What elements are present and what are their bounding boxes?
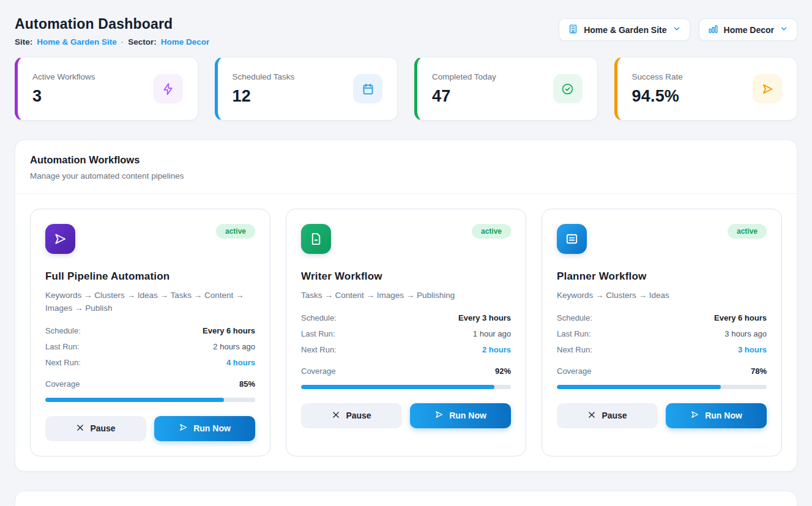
send-icon bbox=[434, 410, 444, 421]
run-now-button[interactable]: Run Now bbox=[154, 416, 255, 441]
breadcrumb: Site: Home & Garden Site · Sector: Home … bbox=[15, 37, 209, 47]
stat-card-success-rate: Success Rate 94.5% bbox=[614, 57, 798, 121]
header-left: Automation Dashboard Site: Home & Garden… bbox=[15, 16, 209, 47]
workflow-card-writer: active Writer Workflow Tasks → Content →… bbox=[286, 209, 526, 456]
last-run-value: 2 hours ago bbox=[213, 342, 255, 351]
workflows-panel-header: Automation Workflows Manage your automat… bbox=[15, 140, 797, 194]
last-run-value: 3 hours ago bbox=[724, 329, 767, 338]
chevron-down-icon bbox=[780, 24, 788, 35]
last-run-value: 1 hour ago bbox=[473, 329, 511, 338]
workflow-name: Writer Workflow bbox=[301, 270, 511, 283]
last-run-row: Last Run: 1 hour ago bbox=[301, 326, 511, 342]
next-run-row: Next Run: 4 hours bbox=[45, 355, 255, 371]
close-icon bbox=[332, 411, 340, 421]
workflows-title: Automation Workflows bbox=[30, 154, 782, 166]
workflows-subtitle: Manage your automated content pipelines bbox=[30, 171, 782, 180]
schedule-row: Schedule: Every 3 hours bbox=[301, 310, 511, 326]
steps-panel-header: Automation Steps Configure which steps a… bbox=[15, 491, 797, 506]
sector-selector-dropdown[interactable]: Home Decor bbox=[699, 18, 797, 41]
workflow-grid: active Full Pipeline Automation Keywords… bbox=[30, 209, 782, 456]
next-run-row: Next Run: 2 hours bbox=[301, 342, 511, 358]
next-run-value: 3 hours bbox=[738, 345, 767, 354]
send-icon bbox=[179, 423, 188, 434]
close-icon bbox=[76, 423, 84, 434]
coverage-progress-track bbox=[45, 398, 255, 402]
next-run-value: 2 hours bbox=[482, 345, 511, 354]
site-label: Site: bbox=[15, 37, 32, 47]
header-selectors: Home & Garden Site Home Decor bbox=[559, 18, 797, 41]
workflows-panel: Automation Workflows Manage your automat… bbox=[15, 140, 797, 472]
site-link[interactable]: Home & Garden Site bbox=[37, 37, 117, 47]
workflows-panel-body: active Full Pipeline Automation Keywords… bbox=[15, 194, 797, 471]
status-badge: active bbox=[472, 224, 511, 239]
bar-chart-icon bbox=[708, 24, 718, 36]
stats-row: Active Workflows 3 Scheduled Tasks 12 Co… bbox=[15, 57, 797, 121]
sector-label: Sector: bbox=[128, 37, 157, 47]
workflow-card-planner: active Planner Workflow Keywords → Clust… bbox=[542, 209, 782, 456]
sector-link[interactable]: Home Decor bbox=[161, 37, 210, 47]
pause-button[interactable]: Pause bbox=[301, 403, 402, 428]
coverage-value: 92% bbox=[495, 366, 511, 376]
workflow-description: Tasks → Content → Images → Publishing bbox=[301, 289, 511, 302]
chevron-down-icon bbox=[672, 24, 681, 35]
workflow-name: Full Pipeline Automation bbox=[45, 270, 255, 283]
last-run-row: Last Run: 3 hours ago bbox=[557, 326, 767, 342]
stat-value: 3 bbox=[32, 87, 95, 106]
page-header: Automation Dashboard Site: Home & Garden… bbox=[15, 16, 797, 47]
site-selector-value: Home & Garden Site bbox=[584, 25, 666, 35]
send-icon bbox=[45, 224, 75, 254]
workflow-description: Keywords → Clusters → Ideas → Tasks → Co… bbox=[45, 289, 255, 315]
workflow-description: Keywords → Clusters → Ideas bbox=[557, 289, 767, 302]
site-selector-dropdown[interactable]: Home & Garden Site bbox=[559, 18, 690, 41]
lightning-icon bbox=[154, 74, 183, 103]
schedule-value: Every 3 hours bbox=[458, 313, 511, 322]
automation-steps-panel: Automation Steps Configure which steps a… bbox=[15, 491, 797, 506]
run-now-button[interactable]: Run Now bbox=[666, 403, 767, 428]
meta-separator: · bbox=[121, 37, 124, 47]
document-icon bbox=[301, 224, 331, 254]
status-badge: active bbox=[216, 224, 255, 239]
sector-selector-value: Home Decor bbox=[724, 25, 774, 35]
stat-card-active-workflows: Active Workflows 3 bbox=[15, 57, 198, 121]
stat-label: Scheduled Tasks bbox=[233, 72, 295, 81]
send-icon bbox=[690, 410, 699, 421]
coverage-progress-track bbox=[557, 385, 767, 389]
status-badge: active bbox=[728, 224, 767, 239]
coverage-block: Coverage 78% bbox=[557, 363, 767, 389]
workflow-name: Planner Workflow bbox=[557, 270, 767, 283]
schedule-value: Every 6 hours bbox=[203, 326, 255, 335]
coverage-progress-track bbox=[301, 385, 511, 389]
calendar-icon bbox=[353, 74, 382, 103]
stat-value: 12 bbox=[233, 87, 295, 106]
last-run-row: Last Run: 2 hours ago bbox=[45, 339, 255, 355]
coverage-block: Coverage 85% bbox=[45, 376, 255, 402]
stat-label: Completed Today bbox=[432, 72, 496, 81]
pause-button[interactable]: Pause bbox=[557, 403, 658, 428]
stat-label: Active Workflows bbox=[32, 72, 95, 81]
next-run-value: 4 hours bbox=[226, 358, 255, 367]
check-circle-icon bbox=[553, 74, 583, 103]
stat-value: 94.5% bbox=[632, 87, 683, 106]
schedule-row: Schedule: Every 6 hours bbox=[45, 323, 255, 339]
building-icon bbox=[568, 24, 578, 36]
coverage-value: 85% bbox=[239, 379, 255, 389]
next-run-row: Next Run: 3 hours bbox=[557, 342, 767, 358]
list-icon bbox=[557, 224, 587, 254]
coverage-block: Coverage 92% bbox=[301, 363, 511, 389]
stat-card-scheduled-tasks: Scheduled Tasks 12 bbox=[215, 57, 398, 121]
send-icon bbox=[753, 74, 782, 103]
coverage-value: 78% bbox=[751, 366, 767, 376]
schedule-row: Schedule: Every 6 hours bbox=[557, 310, 767, 326]
pause-button[interactable]: Pause bbox=[45, 416, 146, 441]
coverage-progress-fill bbox=[45, 398, 224, 402]
coverage-progress-fill bbox=[557, 385, 721, 389]
coverage-progress-fill bbox=[301, 385, 494, 389]
run-now-button[interactable]: Run Now bbox=[410, 403, 511, 428]
stat-card-completed-today: Completed Today 47 bbox=[414, 57, 598, 121]
stat-value: 47 bbox=[432, 87, 496, 106]
page-title: Automation Dashboard bbox=[15, 16, 209, 32]
workflow-card-full-pipeline: active Full Pipeline Automation Keywords… bbox=[30, 209, 270, 456]
schedule-value: Every 6 hours bbox=[714, 313, 767, 322]
close-icon bbox=[587, 411, 596, 421]
stat-label: Success Rate bbox=[632, 72, 683, 81]
